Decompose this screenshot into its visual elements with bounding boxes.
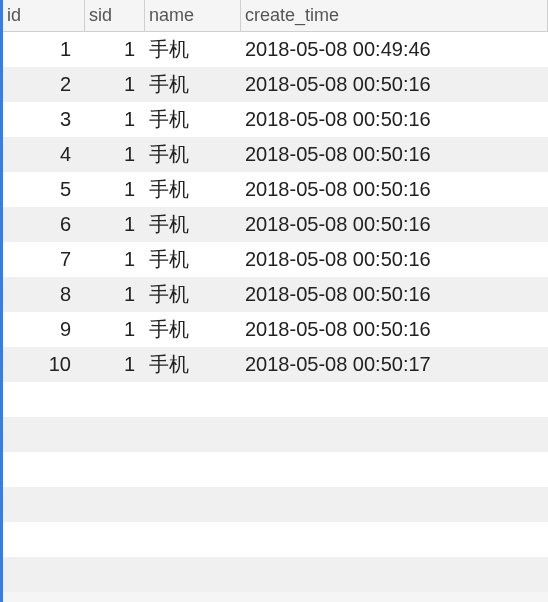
cell-sid[interactable]: 1 (85, 277, 145, 312)
empty-row (3, 417, 548, 452)
cell-id[interactable]: 3 (3, 102, 85, 137)
cell-name[interactable]: 手机 (145, 100, 241, 139)
table-row[interactable]: 51手机2018-05-08 00:50:16 (3, 172, 548, 207)
table-row[interactable]: 81手机2018-05-08 00:50:16 (3, 277, 548, 312)
cell-create-time[interactable]: 2018-05-08 00:50:16 (241, 312, 548, 347)
cell-create-time[interactable]: 2018-05-08 00:50:17 (241, 347, 548, 382)
cell-create-time[interactable]: 2018-05-08 00:50:16 (241, 242, 548, 277)
cell-create-time[interactable]: 2018-05-08 00:50:16 (241, 67, 548, 102)
cell-name[interactable]: 手机 (145, 310, 241, 349)
cell-name[interactable]: 手机 (145, 240, 241, 279)
cell-id[interactable]: 7 (3, 242, 85, 277)
table-row[interactable]: 41手机2018-05-08 00:50:16 (3, 137, 548, 172)
column-header-create-time[interactable]: create_time (241, 0, 548, 31)
cell-sid[interactable]: 1 (85, 207, 145, 242)
empty-row (3, 557, 548, 592)
cell-create-time[interactable]: 2018-05-08 00:50:16 (241, 137, 548, 172)
cell-id[interactable]: 4 (3, 137, 85, 172)
table-row[interactable]: 71手机2018-05-08 00:50:16 (3, 242, 548, 277)
cell-name[interactable]: 手机 (145, 135, 241, 174)
cell-create-time[interactable]: 2018-05-08 00:50:16 (241, 277, 548, 312)
cell-create-time[interactable]: 2018-05-08 00:49:46 (241, 32, 548, 67)
table-header-row: id sid name create_time (3, 0, 548, 32)
cell-sid[interactable]: 1 (85, 242, 145, 277)
empty-row (3, 452, 548, 487)
cell-id[interactable]: 9 (3, 312, 85, 347)
cell-id[interactable]: 2 (3, 67, 85, 102)
cell-create-time[interactable]: 2018-05-08 00:50:16 (241, 207, 548, 242)
table-row[interactable]: 21手机2018-05-08 00:50:16 (3, 67, 548, 102)
cell-sid[interactable]: 1 (85, 172, 145, 207)
empty-area (3, 382, 548, 592)
column-header-name[interactable]: name (145, 0, 241, 31)
cell-sid[interactable]: 1 (85, 32, 145, 67)
cell-name[interactable]: 手机 (145, 275, 241, 314)
data-table: id sid name create_time 11手机2018-05-08 0… (0, 0, 548, 602)
column-header-id[interactable]: id (3, 0, 85, 31)
cell-id[interactable]: 8 (3, 277, 85, 312)
empty-row (3, 522, 548, 557)
table-row[interactable]: 61手机2018-05-08 00:50:16 (3, 207, 548, 242)
cell-name[interactable]: 手机 (145, 30, 241, 69)
cell-name[interactable]: 手机 (145, 65, 241, 104)
table-row[interactable]: 101手机2018-05-08 00:50:17 (3, 347, 548, 382)
table-row[interactable]: 91手机2018-05-08 00:50:16 (3, 312, 548, 347)
empty-row (3, 382, 548, 417)
cell-id[interactable]: 10 (3, 347, 85, 382)
column-header-sid[interactable]: sid (85, 0, 145, 31)
cell-name[interactable]: 手机 (145, 345, 241, 384)
cell-id[interactable]: 6 (3, 207, 85, 242)
cell-create-time[interactable]: 2018-05-08 00:50:16 (241, 102, 548, 137)
table-body: 11手机2018-05-08 00:49:4621手机2018-05-08 00… (3, 32, 548, 382)
cell-sid[interactable]: 1 (85, 67, 145, 102)
empty-row (3, 487, 548, 522)
cell-sid[interactable]: 1 (85, 102, 145, 137)
cell-id[interactable]: 5 (3, 172, 85, 207)
cell-name[interactable]: 手机 (145, 205, 241, 244)
table-row[interactable]: 31手机2018-05-08 00:50:16 (3, 102, 548, 137)
cell-sid[interactable]: 1 (85, 347, 145, 382)
table-row[interactable]: 11手机2018-05-08 00:49:46 (3, 32, 548, 67)
cell-sid[interactable]: 1 (85, 137, 145, 172)
cell-sid[interactable]: 1 (85, 312, 145, 347)
cell-id[interactable]: 1 (3, 32, 85, 67)
cell-name[interactable]: 手机 (145, 170, 241, 209)
cell-create-time[interactable]: 2018-05-08 00:50:16 (241, 172, 548, 207)
